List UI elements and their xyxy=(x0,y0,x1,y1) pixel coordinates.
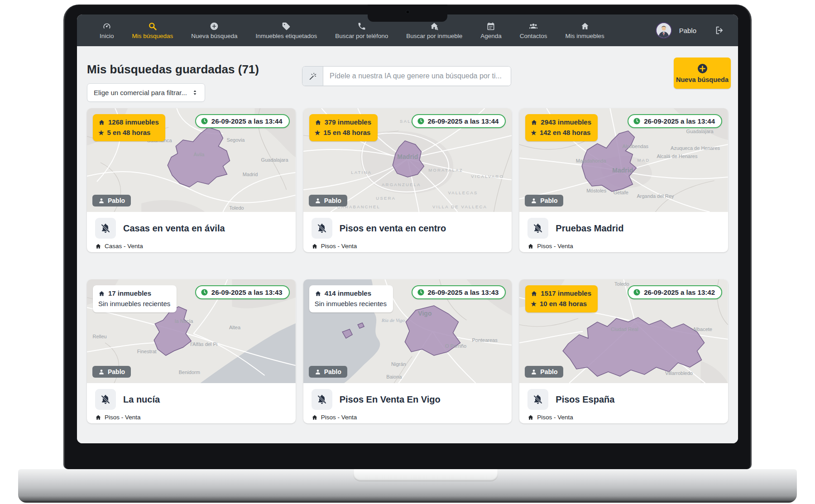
svg-text:Azuqueca de Henares: Azuqueca de Henares xyxy=(671,145,720,151)
filter-placeholder: Elige un comercial para filtrar... xyxy=(94,89,187,96)
nav-item-inicio[interactable]: Inicio xyxy=(91,14,123,46)
search-category: Pisos - Venta xyxy=(312,243,504,250)
notifications-muted-icon[interactable] xyxy=(527,389,548,410)
nav-item-agenda[interactable]: Agenda xyxy=(471,14,511,46)
timestamp-text: 26-09-2025 a las 13:44 xyxy=(644,117,715,125)
saved-search-card[interactable]: SALAMANCALATINAMORATALAZARGANZUELAUSERAV… xyxy=(303,108,512,252)
search-category: Pisos - Venta xyxy=(95,414,288,421)
card-info: Pisos España Pisos - Venta xyxy=(519,383,728,423)
nav-item-contactos[interactable]: Contactos xyxy=(511,14,556,46)
notifications-muted-icon[interactable] xyxy=(312,389,332,410)
timestamp-badge: 26-09-2025 a las 13:44 xyxy=(195,114,290,128)
svg-text:Nigrán: Nigrán xyxy=(391,361,406,367)
house-icon xyxy=(95,414,101,421)
timestamp-text: 26-09-2025 a las 13:43 xyxy=(211,288,283,296)
recent-count: 5 en 48 horas xyxy=(107,128,151,138)
saved-search-card[interactable]: GuadalajaraAzuqueca de HenaresAlcalá de … xyxy=(519,108,728,252)
recent-count: 15 en 48 horas xyxy=(323,128,370,138)
avatar[interactable] xyxy=(656,22,672,38)
inventory-count: 17 inmuebles xyxy=(108,288,151,299)
magic-wand-icon xyxy=(302,67,323,86)
owner-name: Pablo xyxy=(540,197,557,204)
notifications-muted-icon[interactable] xyxy=(312,218,332,239)
svg-text:Villarrobledo: Villarrobledo xyxy=(665,370,693,376)
inventory-badge: 1268 inmuebles ★ 5 en 48 horas xyxy=(93,114,165,141)
owner-name: Pablo xyxy=(108,368,125,375)
webcam-icon xyxy=(406,10,410,14)
saved-search-card[interactable]: SalamancaSegoviaÁvilaMadridGuadalajaraTo… xyxy=(87,108,296,252)
search-map: SALAMANCALATINAMORATALAZARGANZUELAUSERAV… xyxy=(303,108,512,212)
house-icon xyxy=(315,290,321,297)
svg-text:Segovia: Segovia xyxy=(227,137,245,143)
laptop-screen: Inicio Mis búsquedas Nueva búsqueda Inmu… xyxy=(77,14,738,443)
plus-circle-icon xyxy=(210,22,219,31)
card-info: Casas en venta en ávila Casas - Venta xyxy=(87,212,296,252)
user-name: Pablo xyxy=(679,27,696,34)
commercial-filter-select[interactable]: Elige un comercial para filtrar... xyxy=(87,83,205,102)
svg-text:Getafe: Getafe xyxy=(614,190,628,195)
house-icon xyxy=(98,290,105,297)
inventory-count: 1517 inmuebles xyxy=(541,288,591,299)
search-title: Pisos En Venta En Vigo xyxy=(340,394,441,405)
plus-circle-icon xyxy=(697,63,708,74)
person-icon xyxy=(531,197,537,204)
house-icon xyxy=(527,414,534,421)
recent-count: 142 en 48 horas xyxy=(540,128,591,138)
person-icon xyxy=(315,197,321,204)
nav-item-mis-busquedas[interactable]: Mis búsquedas xyxy=(123,14,182,46)
ai-search-input[interactable] xyxy=(323,67,511,86)
calendar-icon xyxy=(486,22,495,31)
saved-search-card[interactable]: la Nucíal'Alfàs del PiAlteaFinestratBeni… xyxy=(87,279,296,423)
avatar-photo xyxy=(657,23,671,38)
star-icon: ★ xyxy=(531,130,537,136)
svg-text:l'Alfàs del Pi: l'Alfàs del Pi xyxy=(191,341,218,347)
cards-grid: SalamancaSegoviaÁvilaMadridGuadalajaraTo… xyxy=(87,108,728,423)
notifications-muted-icon[interactable] xyxy=(95,218,116,239)
category-label: Casas - Venta xyxy=(105,243,143,250)
nav-item-mis-inmuebles[interactable]: Mis inmuebles xyxy=(556,14,614,46)
inventory-count: 414 inmuebles xyxy=(325,288,371,299)
clock-icon xyxy=(417,288,425,296)
svg-text:USERA: USERA xyxy=(376,196,396,201)
nav-item-inmuebles-etiquetados[interactable]: Inmuebles etiquetados xyxy=(246,14,326,46)
card-info: La nucía Pisos - Venta xyxy=(87,383,296,423)
house-icon xyxy=(531,119,537,126)
owner-name: Pablo xyxy=(108,197,125,204)
saved-search-card[interactable]: Ría de VigoVigoO PorriñoPonteareasNigrán… xyxy=(303,279,512,423)
clock-icon xyxy=(633,288,641,296)
laptop-base xyxy=(18,469,797,503)
clock-icon xyxy=(633,117,641,125)
search-map: ToledoCiudad RealVillarrobledoAlbacete 1… xyxy=(519,279,728,383)
logout-icon[interactable] xyxy=(714,25,724,35)
inventory-badge: 2943 inmuebles ★ 142 en 48 horas xyxy=(525,114,598,141)
nav-item-nueva-busqueda[interactable]: Nueva búsqueda xyxy=(182,14,246,46)
search-map: Ría de VigoVigoO PorriñoPonteareasNigrán… xyxy=(303,279,512,383)
svg-text:Móstoles: Móstoles xyxy=(587,188,607,193)
svg-text:Albacete: Albacete xyxy=(693,326,712,332)
clock-icon xyxy=(201,288,208,296)
house-icon xyxy=(98,119,105,126)
notifications-muted-icon[interactable] xyxy=(95,389,116,410)
category-label: Pisos - Venta xyxy=(105,414,141,421)
laptop-mockup: Inicio Mis búsquedas Nueva búsqueda Inmu… xyxy=(0,0,815,504)
owner-badge: Pablo xyxy=(309,195,347,206)
inventory-count: 1268 inmuebles xyxy=(108,117,159,128)
search-map: SalamancaSegoviaÁvilaMadridGuadalajaraTo… xyxy=(87,108,296,212)
notifications-muted-icon[interactable] xyxy=(527,218,548,239)
saved-search-card[interactable]: ToledoCiudad RealVillarrobledoAlbacete 1… xyxy=(519,279,728,423)
new-search-button[interactable]: Nueva búsqueda xyxy=(674,58,731,89)
category-label: Pisos - Venta xyxy=(321,414,357,421)
timestamp-text: 26-09-2025 a las 13:43 xyxy=(428,288,499,296)
laptop-notch xyxy=(368,5,447,22)
svg-text:Baiona: Baiona xyxy=(386,374,402,379)
svg-text:VILLA DE VALLECA: VILLA DE VALLECA xyxy=(432,204,487,209)
svg-text:Madrid: Madrid xyxy=(397,153,418,160)
svg-text:Vigo: Vigo xyxy=(418,310,431,317)
inventory-badge: 379 inmuebles ★ 15 en 48 horas xyxy=(309,114,378,141)
house-icon xyxy=(312,243,318,250)
svg-text:VALLECAS: VALLECAS xyxy=(448,190,478,195)
owner-name: Pablo xyxy=(324,197,341,204)
person-icon xyxy=(98,369,105,375)
svg-text:Alcobendas: Alcobendas xyxy=(623,144,649,149)
house-icon xyxy=(312,414,318,421)
